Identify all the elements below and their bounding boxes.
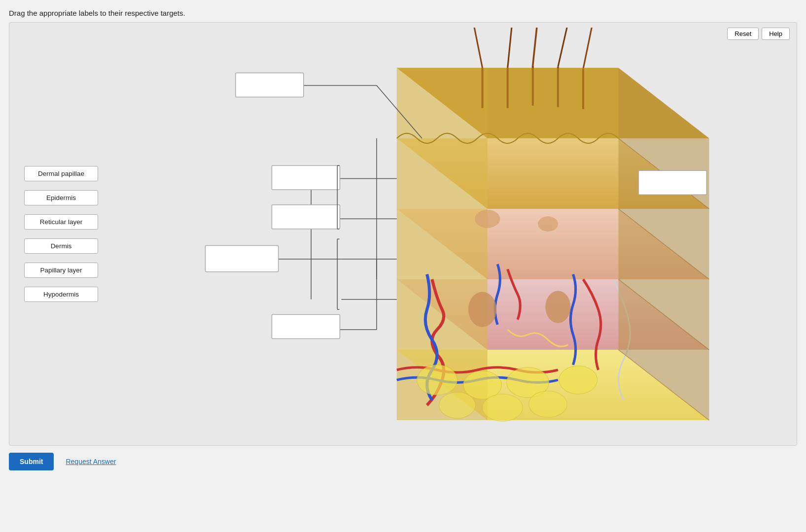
label-hypodermis[interactable]: Hypodermis	[24, 287, 98, 302]
svg-point-16	[475, 210, 500, 228]
bottom-bar: Submit Request Answer	[9, 446, 797, 477]
svg-point-19	[545, 291, 570, 323]
label-dermal-papillae[interactable]: Dermal papillae	[24, 166, 98, 181]
svg-point-17	[538, 216, 558, 232]
svg-rect-54	[272, 205, 340, 229]
svg-rect-52	[638, 170, 706, 195]
svg-point-23	[559, 366, 597, 394]
svg-rect-55	[206, 246, 279, 272]
svg-line-12	[508, 28, 513, 68]
submit-button[interactable]: Submit	[9, 453, 54, 470]
label-epidermis[interactable]: Epidermis	[24, 190, 98, 205]
diagram-svg	[123, 28, 792, 440]
svg-line-15	[583, 28, 593, 69]
svg-point-24	[439, 392, 476, 418]
label-sidebar: Dermal papillae Epidermis Reticular laye…	[14, 28, 123, 440]
svg-point-20	[417, 365, 457, 395]
svg-rect-56	[272, 315, 340, 339]
svg-line-14	[558, 28, 568, 67]
diagram-area	[123, 28, 792, 440]
svg-rect-51	[236, 73, 304, 97]
label-reticular-layer[interactable]: Reticular layer	[24, 214, 98, 230]
content-area: Dermal papillae Epidermis Reticular laye…	[14, 28, 792, 440]
svg-line-11	[472, 28, 482, 68]
svg-point-26	[529, 391, 567, 417]
request-answer-link[interactable]: Request Answer	[66, 458, 116, 466]
svg-point-25	[483, 394, 523, 421]
svg-line-13	[533, 28, 538, 66]
svg-point-18	[468, 292, 496, 328]
instruction-text: Drag the appropriate labels to their res…	[9, 9, 185, 17]
svg-rect-53	[272, 166, 340, 190]
main-container: Reset Help Dermal papillae Epidermis Ret…	[9, 22, 797, 446]
label-papillary-layer[interactable]: Papillary layer	[24, 263, 98, 278]
label-dermis[interactable]: Dermis	[24, 238, 98, 254]
